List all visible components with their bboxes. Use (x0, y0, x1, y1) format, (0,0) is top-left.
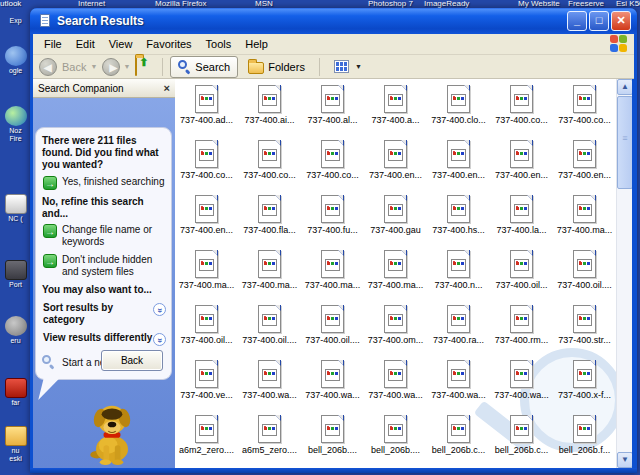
file-item[interactable]: 737-400.co... (175, 137, 238, 192)
chevron-down-icon[interactable]: » (153, 303, 166, 316)
desktop-icon[interactable]: far (2, 378, 29, 407)
desktop-icon-caption[interactable]: Esi K500 (616, 0, 640, 8)
file-item[interactable]: 737-400.oil... (490, 247, 553, 302)
file-item[interactable]: 737-400.clo... (427, 82, 490, 137)
back-button-label[interactable]: Back (62, 61, 86, 73)
file-item[interactable]: 737-400.en... (553, 137, 616, 192)
file-item[interactable]: 737-400.x-f... (553, 357, 616, 412)
chevron-down-icon[interactable]: » (153, 333, 166, 346)
desktop-icon[interactable]: NC ( (2, 194, 29, 223)
search-toolbar-button[interactable]: Search (170, 56, 238, 78)
file-item[interactable]: 737-400.ra... (427, 302, 490, 357)
file-item[interactable]: 737-400.en... (427, 137, 490, 192)
menu-item-tools[interactable]: Tools (199, 36, 239, 52)
desktop-icon-caption[interactable]: Internet (78, 0, 105, 8)
desktop-icon[interactable]: nu eskl (2, 426, 29, 463)
file-item[interactable]: 737-400.hs... (427, 192, 490, 247)
file-item[interactable]: 737-400.om... (364, 302, 427, 357)
close-button[interactable]: ✕ (611, 11, 631, 31)
file-item[interactable]: bell_206b.f... (553, 412, 616, 467)
view-differently-expander[interactable]: View results differently » (43, 332, 166, 346)
yes-finished-link[interactable]: → Yes, finished searching (43, 176, 166, 190)
file-item[interactable]: 737-400.en... (364, 137, 427, 192)
file-item[interactable]: 737-400.fla... (238, 192, 301, 247)
desktop-icon[interactable]: eru (2, 316, 29, 345)
minimize-button[interactable]: _ (567, 11, 587, 31)
file-item[interactable]: bell_206b.... (301, 412, 364, 467)
file-item[interactable]: a6m5_zero.... (238, 412, 301, 467)
file-item[interactable]: 737-400.al... (301, 82, 364, 137)
file-item[interactable]: 737-400.ma... (301, 247, 364, 302)
file-item[interactable]: 737-400.en... (175, 192, 238, 247)
file-item[interactable]: bell_206b.... (364, 412, 427, 467)
views-toolbar-button[interactable]: ▼ (327, 56, 369, 78)
vertical-scrollbar[interactable]: ▲ ▼ (616, 79, 632, 468)
file-item[interactable]: 737-400.en... (490, 137, 553, 192)
menu-item-edit[interactable]: Edit (69, 36, 102, 52)
file-item[interactable]: 737-400.ma... (364, 247, 427, 302)
dark-icon[interactable] (5, 260, 27, 280)
file-item[interactable]: 737-400.wa... (301, 357, 364, 412)
up-folder-icon[interactable]: ⬆ (135, 58, 155, 76)
scroll-up-icon[interactable]: ▲ (617, 79, 633, 95)
file-item[interactable]: bell_206b.c... (427, 412, 490, 467)
file-item[interactable]: 737-400.gau (364, 192, 427, 247)
file-item[interactable]: 737-400.fu... (301, 192, 364, 247)
file-item[interactable]: 737-400.str... (553, 302, 616, 357)
file-item[interactable]: 737-400.ma... (175, 247, 238, 302)
desktop-icon[interactable]: ogle (2, 46, 29, 75)
file-item[interactable]: 737-400.co... (238, 137, 301, 192)
red-icon[interactable] (5, 378, 27, 398)
file-item[interactable]: 737-400.oil... (175, 302, 238, 357)
menu-item-file[interactable]: File (37, 36, 69, 52)
file-item[interactable]: 737-400.co... (553, 82, 616, 137)
desktop-icon[interactable]: Port (2, 260, 29, 289)
desktop-icon-caption[interactable]: utlook (0, 0, 21, 8)
orb-icon[interactable] (5, 106, 27, 126)
file-item[interactable]: 737-400.n... (427, 247, 490, 302)
file-item[interactable]: 737-400.wa... (238, 357, 301, 412)
back-dropdown-icon[interactable]: ▼ (90, 63, 97, 70)
back-button[interactable]: Back (101, 350, 163, 371)
file-item[interactable]: 737-400.ai... (238, 82, 301, 137)
folder-icon[interactable] (5, 426, 27, 446)
file-item[interactable]: 737-400.wa... (490, 357, 553, 412)
file-item[interactable]: 737-400.ma... (553, 192, 616, 247)
desktop-icon-caption[interactable]: ImageReady (424, 0, 469, 8)
file-item[interactable]: 737-400.oil.... (238, 302, 301, 357)
change-filename-link[interactable]: → Change file name or keywords (43, 224, 166, 248)
file-item[interactable]: 737-400.a... (364, 82, 427, 137)
file-item[interactable]: 737-400.oil.... (553, 247, 616, 302)
forward-icon[interactable]: ▶ (102, 58, 120, 76)
desktop-icon[interactable]: Noz Fire (2, 106, 29, 143)
forward-dropdown-icon[interactable]: ▼ (123, 63, 130, 70)
scrollbar-thumb[interactable] (617, 96, 633, 189)
desktop-icon-caption[interactable]: MSN (255, 0, 273, 8)
menu-item-view[interactable]: View (102, 36, 140, 52)
desktop-icon-caption[interactable]: Mozilla Firefox (155, 0, 207, 8)
scroll-down-icon[interactable]: ▼ (617, 452, 633, 468)
blob-icon[interactable] (5, 316, 27, 336)
back-icon[interactable]: ◀ (39, 58, 57, 76)
desktop-icon[interactable]: Exp (2, 16, 29, 25)
title-bar[interactable]: Search Results _ □ ✕ (30, 8, 637, 34)
file-item[interactable]: 737-400.wa... (427, 357, 490, 412)
desktop-icon-caption[interactable]: My Website (518, 0, 560, 8)
file-item[interactable]: 737-400.ma... (238, 247, 301, 302)
file-item[interactable]: 737-400.wa... (364, 357, 427, 412)
file-item[interactable]: 737-400.oil.... (301, 302, 364, 357)
exclude-hidden-link[interactable]: → Don't include hidden and system files (43, 254, 166, 278)
menu-item-favorites[interactable]: Favorites (139, 36, 198, 52)
companion-close-icon[interactable]: × (164, 83, 170, 93)
desktop-icon-caption[interactable]: Photoshop 7 (368, 0, 413, 8)
file-item[interactable]: 737-400.ve... (175, 357, 238, 412)
file-item[interactable]: a6m2_zero.... (175, 412, 238, 467)
file-item[interactable]: 737-400.co... (490, 82, 553, 137)
desktop-icon-caption[interactable]: Freeserve (568, 0, 604, 8)
file-item[interactable]: bell_206b.c... (490, 412, 553, 467)
globe-icon[interactable] (5, 46, 27, 66)
sort-by-category-expander[interactable]: Sort results by category » (43, 302, 166, 326)
doc-icon[interactable] (5, 194, 27, 214)
dog-rover[interactable] (73, 400, 151, 466)
menu-item-help[interactable]: Help (238, 36, 275, 52)
